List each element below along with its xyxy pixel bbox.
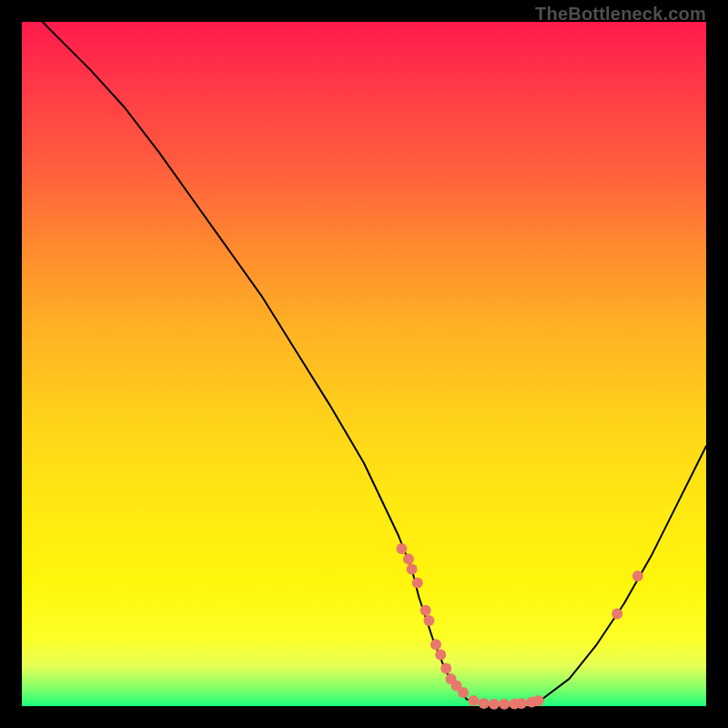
data-point (516, 698, 527, 709)
data-point (632, 571, 643, 581)
data-point (499, 699, 510, 710)
data-point (396, 543, 407, 554)
bottleneck-curve (43, 22, 706, 704)
data-point (612, 609, 622, 620)
data-point (479, 698, 490, 709)
data-point (435, 650, 446, 661)
data-point (468, 695, 479, 706)
data-point (430, 639, 441, 650)
data-point (407, 564, 418, 575)
data-points-group (396, 543, 642, 710)
data-point (440, 663, 451, 674)
chart-plot-area (22, 22, 706, 706)
data-point (423, 615, 434, 626)
data-point (412, 578, 423, 589)
data-point (489, 699, 500, 710)
data-point (458, 687, 469, 698)
data-point (403, 553, 414, 564)
chart-svg (22, 22, 706, 706)
data-point (420, 605, 431, 616)
data-point (533, 695, 544, 706)
